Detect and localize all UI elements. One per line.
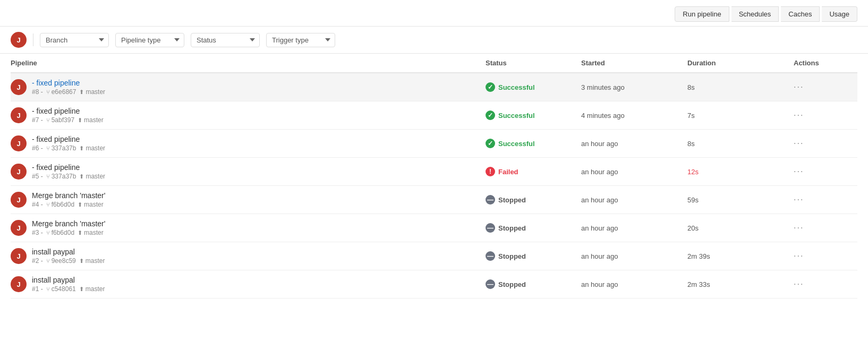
pipeline-cell: J install paypal #2 - ⑂ 9ee8c59 ⬆ master	[11, 248, 486, 265]
pipeline-info: install paypal #2 - ⑂ 9ee8c59 ⬆ master	[32, 248, 105, 265]
success-icon: ✓	[486, 82, 495, 92]
branch-icon: ⬆	[79, 145, 84, 152]
branch-icon: ⬆	[79, 258, 84, 265]
pipeline-name: Merge branch 'master'	[32, 191, 105, 200]
git-icon: ⑂	[46, 286, 50, 292]
pipeline-branch: ⬆ master	[78, 116, 104, 124]
status-badge: ! Failed	[486, 167, 518, 176]
row-avatar: J	[11, 79, 27, 95]
more-actions-button[interactable]: ···	[794, 195, 804, 205]
table-row: J Merge branch 'master' #3 - ⑂ f6b6d0d ⬆…	[11, 214, 857, 242]
header-actions: Actions	[794, 59, 857, 67]
pipeline-cell: J install paypal #1 - ⑂ c548061 ⬆ master	[11, 276, 486, 293]
started-cell: an hour ago	[581, 196, 687, 204]
row-avatar: J	[11, 135, 27, 151]
pipeline-link[interactable]: - fixed pipeline	[32, 79, 105, 87]
pipeline-number: #8 -	[32, 88, 43, 96]
pipeline-meta: #2 - ⑂ 9ee8c59 ⬆ master	[32, 257, 105, 265]
actions-cell: ···	[794, 139, 857, 148]
trigger-type-filter[interactable]: Trigger type	[266, 33, 335, 47]
git-icon: ⑂	[46, 145, 50, 151]
branch-filter[interactable]: Branch	[40, 33, 109, 47]
status-badge: ✓ Successful	[486, 110, 535, 120]
failed-icon: !	[486, 167, 495, 176]
pipeline-number: #5 -	[32, 173, 43, 180]
pipeline-info: install paypal #1 - ⑂ c548061 ⬆ master	[32, 276, 105, 293]
status-cell: ✓ Successful	[486, 110, 581, 120]
pipeline-type-filter[interactable]: Pipeline type	[115, 33, 184, 47]
more-actions-button[interactable]: ···	[794, 82, 804, 92]
pipeline-hash: ⑂ 9ee8c59	[46, 257, 76, 265]
more-actions-button[interactable]: ···	[794, 279, 804, 289]
started-cell: an hour ago	[581, 140, 687, 148]
pipeline-number: #2 -	[32, 257, 43, 265]
status-label: Successful	[498, 112, 535, 120]
table-row: J Merge branch 'master' #4 - ⑂ f6b6d0d ⬆…	[11, 186, 857, 214]
status-label: Stopped	[498, 280, 526, 288]
row-avatar: J	[11, 164, 27, 180]
pipeline-branch: ⬆ master	[79, 88, 105, 96]
actions-cell: ···	[794, 82, 857, 92]
pipeline-name: Merge branch 'master'	[32, 219, 105, 228]
more-actions-button[interactable]: ···	[794, 167, 804, 176]
row-avatar: J	[11, 248, 27, 264]
status-badge: ✓ Successful	[486, 82, 535, 92]
pipeline-hash: ⑂ e6e6867	[46, 88, 76, 96]
more-actions-button[interactable]: ···	[794, 110, 804, 120]
run-pipeline-button[interactable]: Run pipeline	[675, 6, 729, 22]
pipeline-meta: #3 - ⑂ f6b6d0d ⬆ master	[32, 229, 105, 236]
branch-icon: ⬆	[78, 201, 82, 208]
duration-cell: 2m 33s	[687, 280, 794, 288]
duration-cell: 2m 39s	[687, 252, 794, 260]
pipeline-meta: #7 - ⑂ 5abf397 ⬆ master	[32, 116, 104, 124]
status-cell: — Stopped	[486, 223, 581, 233]
pipeline-name: - fixed pipeline	[32, 135, 105, 143]
success-icon: ✓	[486, 139, 495, 148]
table-row: J install paypal #1 - ⑂ c548061 ⬆ master	[11, 270, 857, 299]
pipeline-name: install paypal	[32, 276, 105, 284]
started-cell: 4 minutes ago	[581, 112, 687, 120]
started-cell: an hour ago	[581, 252, 687, 260]
pipeline-number: #3 -	[32, 229, 43, 236]
top-actions: Run pipeline Schedules Caches Usage	[675, 6, 857, 22]
more-actions-button[interactable]: ···	[794, 139, 804, 148]
pipeline-cell: J - fixed pipeline #8 - ⑂ e6e6867 ⬆ mast…	[11, 79, 486, 96]
more-actions-button[interactable]: ···	[794, 251, 804, 261]
stopped-icon: —	[486, 251, 495, 261]
actions-cell: ···	[794, 279, 857, 289]
usage-button[interactable]: Usage	[822, 6, 857, 22]
actions-cell: ···	[794, 195, 857, 205]
caches-button[interactable]: Caches	[781, 6, 820, 22]
table-row: J install paypal #2 - ⑂ 9ee8c59 ⬆ master	[11, 242, 857, 270]
status-cell: ! Failed	[486, 167, 581, 176]
pipeline-info: - fixed pipeline #7 - ⑂ 5abf397 ⬆ master	[32, 107, 104, 124]
started-cell: an hour ago	[581, 280, 687, 288]
status-label: Successful	[498, 83, 535, 91]
status-label: Stopped	[498, 224, 526, 232]
pipeline-hash: ⑂ f6b6d0d	[46, 229, 74, 236]
pipeline-branch: ⬆ master	[79, 144, 105, 152]
pipeline-number: #6 -	[32, 144, 43, 152]
status-badge: — Stopped	[486, 251, 526, 261]
table-body: J - fixed pipeline #8 - ⑂ e6e6867 ⬆ mast…	[11, 73, 857, 299]
table-row: J - fixed pipeline #8 - ⑂ e6e6867 ⬆ mast…	[11, 73, 857, 101]
pipeline-hash: ⑂ 337a37b	[46, 173, 76, 180]
pipeline-branch: ⬆ master	[78, 229, 104, 236]
header-status: Status	[486, 59, 581, 67]
status-label: Stopped	[498, 252, 526, 260]
schedules-button[interactable]: Schedules	[731, 6, 779, 22]
actions-cell: ···	[794, 110, 857, 120]
header-started: Started	[581, 59, 687, 67]
status-badge: — Stopped	[486, 279, 526, 289]
status-filter[interactable]: Status	[191, 33, 260, 47]
git-icon: ⑂	[46, 117, 50, 123]
pipeline-meta: #6 - ⑂ 337a37b ⬆ master	[32, 144, 105, 152]
git-icon: ⑂	[46, 229, 50, 236]
more-actions-button[interactable]: ···	[794, 223, 804, 233]
git-icon: ⑂	[46, 173, 50, 180]
duration-cell: 20s	[687, 224, 794, 232]
duration-cell: 8s	[687, 83, 794, 91]
duration-cell: 7s	[687, 112, 794, 120]
filter-bar: J Branch Pipeline type Status Trigger ty…	[0, 27, 868, 54]
row-avatar: J	[11, 276, 27, 292]
